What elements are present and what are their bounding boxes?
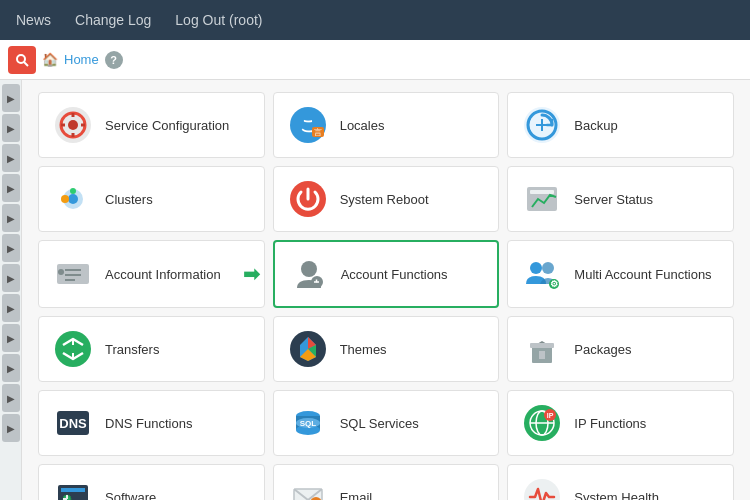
grid-item-transfers[interactable]: Transfers bbox=[38, 316, 265, 382]
nav-news[interactable]: News bbox=[16, 12, 51, 28]
sidebar-arrow-6[interactable]: ▶ bbox=[2, 234, 20, 262]
dns-label: DNS Functions bbox=[105, 416, 192, 431]
grid-item-dns[interactable]: DNS DNS Functions bbox=[38, 390, 265, 456]
grid-item-sql[interactable]: SQL SQL Services bbox=[273, 390, 500, 456]
svg-point-28 bbox=[58, 269, 64, 275]
svg-text:⚙: ⚙ bbox=[550, 279, 558, 289]
svg-point-18 bbox=[61, 195, 69, 203]
search-icon bbox=[15, 53, 29, 67]
icon-grid: Service Configuration こ 言 Locales bbox=[38, 92, 734, 500]
nav-changelog[interactable]: Change Log bbox=[75, 12, 151, 28]
sql-label: SQL Services bbox=[340, 416, 419, 431]
sidebar-arrow-1[interactable]: ▶ bbox=[2, 84, 20, 112]
svg-point-32 bbox=[542, 262, 554, 274]
service-config-icon bbox=[51, 103, 95, 147]
service-config-label: Service Configuration bbox=[105, 118, 229, 133]
svg-text:言: 言 bbox=[314, 128, 322, 137]
software-icon bbox=[51, 475, 95, 500]
grid-item-account-functions[interactable]: ➡ Account Functions bbox=[273, 240, 500, 308]
sidebar-arrow-4[interactable]: ▶ bbox=[2, 174, 20, 202]
server-status-label: Server Status bbox=[574, 192, 653, 207]
svg-point-0 bbox=[17, 55, 25, 63]
svg-point-17 bbox=[68, 194, 78, 204]
email-label: Email bbox=[340, 490, 373, 501]
svg-point-35 bbox=[55, 331, 91, 367]
svg-rect-23 bbox=[530, 190, 554, 194]
clusters-icon bbox=[51, 177, 95, 221]
main-layout: ▶ ▶ ▶ ▶ ▶ ▶ ▶ ▶ ▶ ▶ ▶ ▶ bbox=[0, 80, 750, 500]
clusters-label: Clusters bbox=[105, 192, 153, 207]
sidebar-arrow-11[interactable]: ▶ bbox=[2, 384, 20, 412]
search-button[interactable] bbox=[8, 46, 36, 74]
account-functions-icon bbox=[287, 252, 331, 296]
ip-icon: IP bbox=[520, 401, 564, 445]
email-icon: @ bbox=[286, 475, 330, 500]
grid-item-account-info[interactable]: Account Information bbox=[38, 240, 265, 308]
grid-item-clusters[interactable]: Clusters bbox=[38, 166, 265, 232]
grid-item-multi-account[interactable]: ⚙ Multi Account Functions bbox=[507, 240, 734, 308]
grid-item-locales[interactable]: こ 言 Locales bbox=[273, 92, 500, 158]
sidebar-arrow-5[interactable]: ▶ bbox=[2, 204, 20, 232]
grid-item-email[interactable]: @ Email bbox=[273, 464, 500, 500]
sidebar-arrow-8[interactable]: ▶ bbox=[2, 294, 20, 322]
multi-account-icon: ⚙ bbox=[520, 252, 564, 296]
sidebar-arrow-12[interactable]: ▶ bbox=[2, 414, 20, 442]
sidebar-arrow-9[interactable]: ▶ bbox=[2, 324, 20, 352]
grid-item-system-reboot[interactable]: System Reboot bbox=[273, 166, 500, 232]
grid-item-software[interactable]: Software bbox=[38, 464, 265, 500]
grid-item-service-config[interactable]: Service Configuration bbox=[38, 92, 265, 158]
grid-item-packages[interactable]: Packages bbox=[507, 316, 734, 382]
svg-rect-60 bbox=[58, 485, 88, 500]
svg-rect-45 bbox=[539, 351, 545, 359]
content-area: Service Configuration こ 言 Locales bbox=[22, 80, 750, 500]
home-icon: 🏠 bbox=[42, 52, 58, 67]
sidebar: ▶ ▶ ▶ ▶ ▶ ▶ ▶ ▶ ▶ ▶ ▶ ▶ bbox=[0, 80, 22, 500]
system-reboot-icon bbox=[286, 177, 330, 221]
grid-item-system-health[interactable]: System Health bbox=[507, 464, 734, 500]
sidebar-arrow-10[interactable]: ▶ bbox=[2, 354, 20, 382]
arrow-indicator: ➡ bbox=[243, 262, 260, 286]
server-status-icon bbox=[520, 177, 564, 221]
backup-icon bbox=[520, 103, 564, 147]
grid-item-server-status[interactable]: Server Status bbox=[507, 166, 734, 232]
transfers-icon bbox=[51, 327, 95, 371]
account-info-label: Account Information bbox=[105, 267, 221, 282]
grid-item-backup[interactable]: Backup bbox=[507, 92, 734, 158]
system-reboot-label: System Reboot bbox=[340, 192, 429, 207]
second-bar: 🏠 Home ? bbox=[0, 40, 750, 80]
grid-item-themes[interactable]: Themes bbox=[273, 316, 500, 382]
svg-point-19 bbox=[70, 188, 76, 194]
nav-logout[interactable]: Log Out (root) bbox=[175, 12, 262, 28]
dns-icon: DNS bbox=[51, 401, 95, 445]
breadcrumb-home[interactable]: Home bbox=[64, 52, 99, 67]
help-button[interactable]: ? bbox=[105, 51, 123, 69]
sidebar-arrow-3[interactable]: ▶ bbox=[2, 144, 20, 172]
grid-item-ip[interactable]: IP IP Functions bbox=[507, 390, 734, 456]
locales-icon: こ 言 bbox=[286, 103, 330, 147]
packages-label: Packages bbox=[574, 342, 631, 357]
sql-icon: SQL bbox=[286, 401, 330, 445]
svg-rect-61 bbox=[61, 488, 85, 492]
ip-label: IP Functions bbox=[574, 416, 646, 431]
backup-label: Backup bbox=[574, 118, 617, 133]
svg-text:DNS: DNS bbox=[59, 416, 87, 431]
sidebar-arrow-2[interactable]: ▶ bbox=[2, 114, 20, 142]
multi-account-label: Multi Account Functions bbox=[574, 267, 711, 282]
svg-rect-46 bbox=[530, 343, 554, 348]
svg-point-3 bbox=[68, 120, 78, 130]
software-label: Software bbox=[105, 490, 156, 501]
account-functions-label: Account Functions bbox=[341, 267, 448, 282]
top-nav: News Change Log Log Out (root) bbox=[0, 0, 750, 40]
account-info-icon bbox=[51, 252, 95, 296]
svg-line-1 bbox=[24, 62, 28, 66]
system-health-icon bbox=[520, 475, 564, 500]
themes-label: Themes bbox=[340, 342, 387, 357]
sidebar-arrow-7[interactable]: ▶ bbox=[2, 264, 20, 292]
locales-label: Locales bbox=[340, 118, 385, 133]
svg-text:SQL: SQL bbox=[299, 419, 316, 428]
svg-point-29 bbox=[301, 261, 317, 277]
svg-point-31 bbox=[530, 262, 542, 274]
themes-icon bbox=[286, 327, 330, 371]
system-health-label: System Health bbox=[574, 490, 659, 501]
packages-icon bbox=[520, 327, 564, 371]
